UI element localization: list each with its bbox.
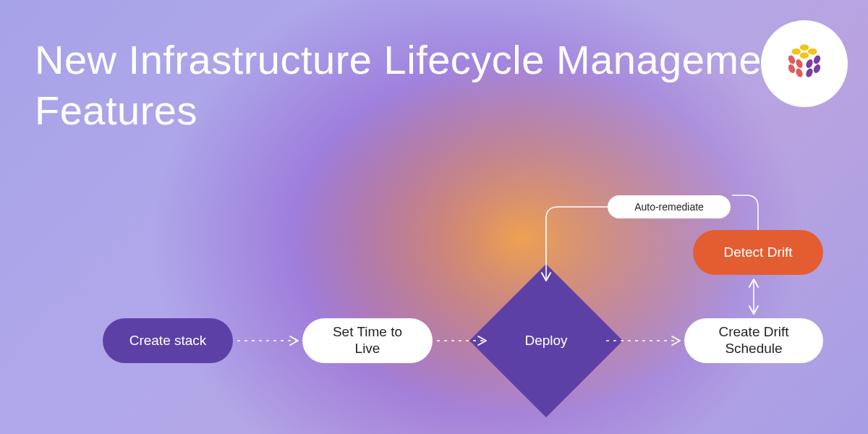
svg-point-10 (812, 64, 822, 75)
svg-point-5 (795, 59, 804, 69)
node-label: Deploy (524, 333, 567, 349)
svg-point-8 (812, 54, 822, 65)
node-create-stack: Create stack (103, 318, 233, 363)
node-auto-remediate: Auto-remediate (608, 195, 731, 218)
svg-point-9 (805, 59, 814, 69)
node-deploy-label: Deploy (492, 286, 600, 395)
node-label: Create Drift Schedule (705, 324, 803, 357)
svg-point-11 (805, 67, 814, 78)
svg-point-0 (800, 44, 809, 50)
diagram-canvas: New Infrastructure Lifecycle Management … (0, 0, 868, 434)
svg-point-2 (808, 48, 817, 54)
node-set-ttl: Set Time to Live (302, 318, 433, 363)
svg-point-1 (792, 48, 801, 54)
page-title: New Infrastructure Lifecycle Management … (35, 35, 796, 136)
node-label: Set Time to Live (323, 324, 412, 357)
node-label: Detect Drift (723, 244, 792, 261)
title-suffix: Features (35, 88, 197, 133)
svg-point-4 (787, 54, 796, 65)
title-prefix: New (35, 37, 129, 82)
pulumi-logo-icon (779, 38, 830, 89)
svg-point-7 (795, 67, 804, 78)
node-label: Auto-remediate (634, 201, 704, 213)
node-label: Create stack (129, 333, 207, 349)
node-drift-schedule: Create Drift Schedule (684, 318, 823, 363)
title-bold: Infrastructure Lifecycle Management (129, 37, 796, 82)
svg-point-3 (800, 53, 809, 59)
svg-point-6 (787, 64, 796, 75)
logo-badge (761, 20, 848, 107)
node-detect-drift: Detect Drift (693, 230, 823, 275)
